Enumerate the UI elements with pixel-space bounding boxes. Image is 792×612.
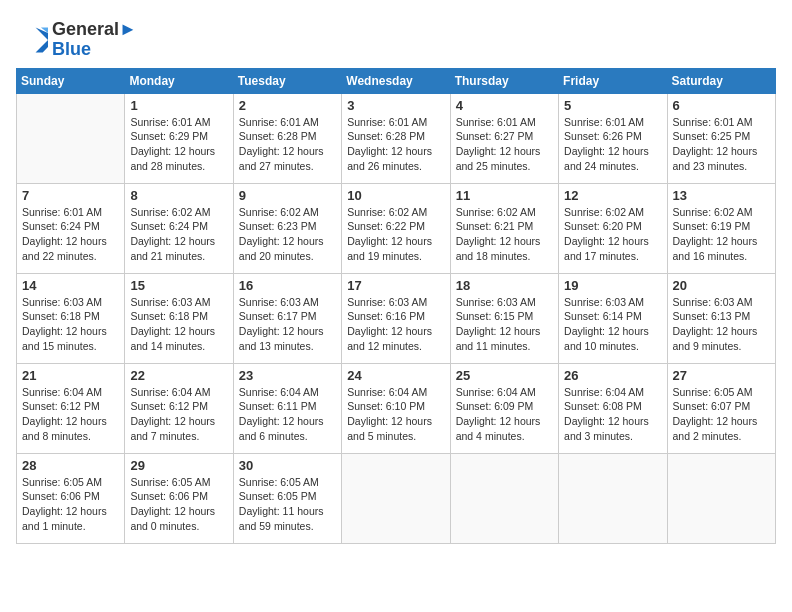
calendar-cell: 3Sunrise: 6:01 AMSunset: 6:28 PMDaylight… [342,93,450,183]
day-number: 4 [456,98,553,113]
calendar-cell: 8Sunrise: 6:02 AMSunset: 6:24 PMDaylight… [125,183,233,273]
day-info: Sunrise: 6:04 AMSunset: 6:11 PMDaylight:… [239,385,336,444]
day-number: 2 [239,98,336,113]
day-info: Sunrise: 6:03 AMSunset: 6:18 PMDaylight:… [130,295,227,354]
day-info: Sunrise: 6:01 AMSunset: 6:29 PMDaylight:… [130,115,227,174]
day-info: Sunrise: 6:04 AMSunset: 6:12 PMDaylight:… [130,385,227,444]
day-info: Sunrise: 6:05 AMSunset: 6:07 PMDaylight:… [673,385,770,444]
day-number: 26 [564,368,661,383]
calendar-cell: 28Sunrise: 6:05 AMSunset: 6:06 PMDayligh… [17,453,125,543]
calendar-cell: 29Sunrise: 6:05 AMSunset: 6:06 PMDayligh… [125,453,233,543]
calendar-cell: 4Sunrise: 6:01 AMSunset: 6:27 PMDaylight… [450,93,558,183]
day-number: 10 [347,188,444,203]
calendar-table: SundayMondayTuesdayWednesdayThursdayFrid… [16,68,776,544]
weekday-header-friday: Friday [559,68,667,93]
calendar-cell: 5Sunrise: 6:01 AMSunset: 6:26 PMDaylight… [559,93,667,183]
day-info: Sunrise: 6:03 AMSunset: 6:18 PMDaylight:… [22,295,119,354]
weekday-header-thursday: Thursday [450,68,558,93]
calendar-week-row: 7Sunrise: 6:01 AMSunset: 6:24 PMDaylight… [17,183,776,273]
day-info: Sunrise: 6:01 AMSunset: 6:28 PMDaylight:… [239,115,336,174]
weekday-header-monday: Monday [125,68,233,93]
day-info: Sunrise: 6:02 AMSunset: 6:22 PMDaylight:… [347,205,444,264]
day-info: Sunrise: 6:04 AMSunset: 6:12 PMDaylight:… [22,385,119,444]
day-info: Sunrise: 6:01 AMSunset: 6:24 PMDaylight:… [22,205,119,264]
day-number: 22 [130,368,227,383]
calendar-cell: 21Sunrise: 6:04 AMSunset: 6:12 PMDayligh… [17,363,125,453]
day-number: 18 [456,278,553,293]
day-info: Sunrise: 6:02 AMSunset: 6:24 PMDaylight:… [130,205,227,264]
calendar-cell: 16Sunrise: 6:03 AMSunset: 6:17 PMDayligh… [233,273,341,363]
day-info: Sunrise: 6:04 AMSunset: 6:10 PMDaylight:… [347,385,444,444]
weekday-header-row: SundayMondayTuesdayWednesdayThursdayFrid… [17,68,776,93]
weekday-header-tuesday: Tuesday [233,68,341,93]
day-info: Sunrise: 6:03 AMSunset: 6:15 PMDaylight:… [456,295,553,354]
day-info: Sunrise: 6:03 AMSunset: 6:14 PMDaylight:… [564,295,661,354]
calendar-cell [559,453,667,543]
calendar-cell: 13Sunrise: 6:02 AMSunset: 6:19 PMDayligh… [667,183,775,273]
calendar-week-row: 14Sunrise: 6:03 AMSunset: 6:18 PMDayligh… [17,273,776,363]
day-number: 12 [564,188,661,203]
day-number: 27 [673,368,770,383]
calendar-week-row: 28Sunrise: 6:05 AMSunset: 6:06 PMDayligh… [17,453,776,543]
calendar-cell: 19Sunrise: 6:03 AMSunset: 6:14 PMDayligh… [559,273,667,363]
day-number: 17 [347,278,444,293]
day-number: 30 [239,458,336,473]
calendar-cell: 26Sunrise: 6:04 AMSunset: 6:08 PMDayligh… [559,363,667,453]
calendar-cell: 27Sunrise: 6:05 AMSunset: 6:07 PMDayligh… [667,363,775,453]
weekday-header-saturday: Saturday [667,68,775,93]
day-number: 23 [239,368,336,383]
page-header: General► Blue [16,16,776,60]
day-number: 14 [22,278,119,293]
calendar-cell: 23Sunrise: 6:04 AMSunset: 6:11 PMDayligh… [233,363,341,453]
calendar-cell: 18Sunrise: 6:03 AMSunset: 6:15 PMDayligh… [450,273,558,363]
day-number: 28 [22,458,119,473]
calendar-week-row: 21Sunrise: 6:04 AMSunset: 6:12 PMDayligh… [17,363,776,453]
day-number: 29 [130,458,227,473]
calendar-cell: 6Sunrise: 6:01 AMSunset: 6:25 PMDaylight… [667,93,775,183]
calendar-cell: 14Sunrise: 6:03 AMSunset: 6:18 PMDayligh… [17,273,125,363]
day-info: Sunrise: 6:01 AMSunset: 6:25 PMDaylight:… [673,115,770,174]
day-number: 8 [130,188,227,203]
weekday-header-sunday: Sunday [17,68,125,93]
day-number: 15 [130,278,227,293]
calendar-cell: 17Sunrise: 6:03 AMSunset: 6:16 PMDayligh… [342,273,450,363]
calendar-cell [450,453,558,543]
day-number: 5 [564,98,661,113]
calendar-cell: 22Sunrise: 6:04 AMSunset: 6:12 PMDayligh… [125,363,233,453]
day-info: Sunrise: 6:05 AMSunset: 6:06 PMDaylight:… [22,475,119,534]
calendar-cell: 12Sunrise: 6:02 AMSunset: 6:20 PMDayligh… [559,183,667,273]
calendar-cell [17,93,125,183]
day-number: 24 [347,368,444,383]
day-info: Sunrise: 6:02 AMSunset: 6:19 PMDaylight:… [673,205,770,264]
logo-text: General► Blue [52,20,137,60]
day-info: Sunrise: 6:01 AMSunset: 6:26 PMDaylight:… [564,115,661,174]
day-number: 3 [347,98,444,113]
calendar-cell: 10Sunrise: 6:02 AMSunset: 6:22 PMDayligh… [342,183,450,273]
calendar-cell: 20Sunrise: 6:03 AMSunset: 6:13 PMDayligh… [667,273,775,363]
calendar-cell: 9Sunrise: 6:02 AMSunset: 6:23 PMDaylight… [233,183,341,273]
day-info: Sunrise: 6:02 AMSunset: 6:23 PMDaylight:… [239,205,336,264]
day-number: 7 [22,188,119,203]
day-info: Sunrise: 6:04 AMSunset: 6:08 PMDaylight:… [564,385,661,444]
day-number: 1 [130,98,227,113]
calendar-cell: 11Sunrise: 6:02 AMSunset: 6:21 PMDayligh… [450,183,558,273]
day-info: Sunrise: 6:05 AMSunset: 6:06 PMDaylight:… [130,475,227,534]
day-info: Sunrise: 6:04 AMSunset: 6:09 PMDaylight:… [456,385,553,444]
day-info: Sunrise: 6:03 AMSunset: 6:13 PMDaylight:… [673,295,770,354]
calendar-cell: 1Sunrise: 6:01 AMSunset: 6:29 PMDaylight… [125,93,233,183]
calendar-cell: 30Sunrise: 6:05 AMSunset: 6:05 PMDayligh… [233,453,341,543]
calendar-cell: 2Sunrise: 6:01 AMSunset: 6:28 PMDaylight… [233,93,341,183]
calendar-cell: 25Sunrise: 6:04 AMSunset: 6:09 PMDayligh… [450,363,558,453]
day-info: Sunrise: 6:02 AMSunset: 6:21 PMDaylight:… [456,205,553,264]
day-number: 21 [22,368,119,383]
calendar-week-row: 1Sunrise: 6:01 AMSunset: 6:29 PMDaylight… [17,93,776,183]
day-number: 13 [673,188,770,203]
day-number: 9 [239,188,336,203]
day-info: Sunrise: 6:05 AMSunset: 6:05 PMDaylight:… [239,475,336,534]
calendar-cell [342,453,450,543]
day-number: 20 [673,278,770,293]
day-info: Sunrise: 6:01 AMSunset: 6:28 PMDaylight:… [347,115,444,174]
day-info: Sunrise: 6:03 AMSunset: 6:16 PMDaylight:… [347,295,444,354]
calendar-cell: 15Sunrise: 6:03 AMSunset: 6:18 PMDayligh… [125,273,233,363]
day-number: 25 [456,368,553,383]
